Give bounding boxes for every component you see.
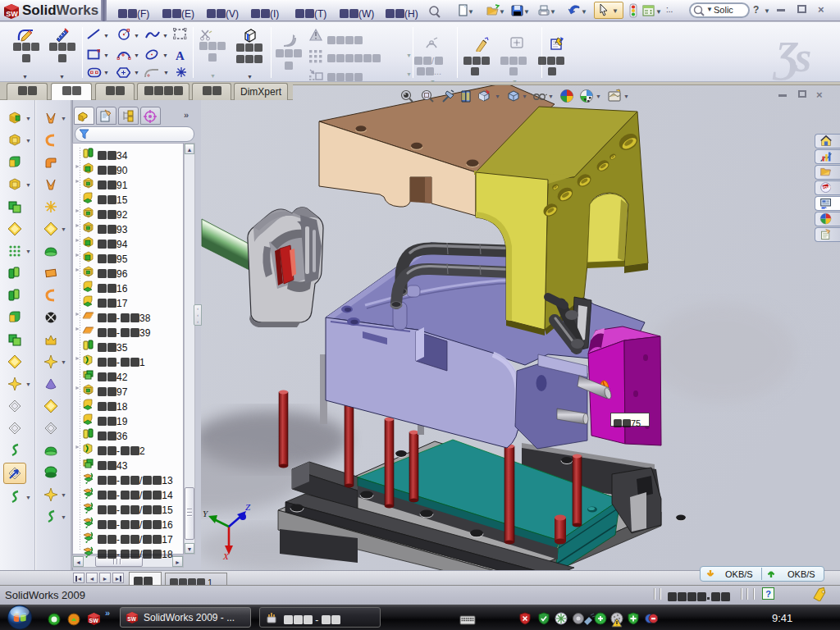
svg-text:SW: SW (89, 618, 99, 623)
svg-text:X: X (222, 551, 230, 561)
svg-text:SW: SW (823, 185, 831, 190)
svg-text:Z: Z (245, 502, 251, 512)
svg-text:SW: SW (127, 616, 136, 622)
svg-text:SW: SW (6, 10, 18, 18)
